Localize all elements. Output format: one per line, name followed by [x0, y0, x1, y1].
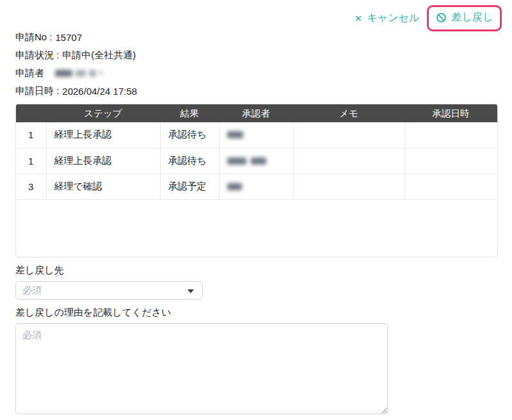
cell-step-no: 3 — [16, 174, 46, 199]
toolbar: ✕ キャンセル 差し戻し — [355, 5, 502, 31]
redacted-approver-name — [227, 131, 243, 138]
cell-memo — [293, 174, 404, 199]
main-content: 申請No : 15707 申請状況 : 申請中(全社共通) 申請者 申請日時 :… — [0, 0, 512, 414]
applicant-line: 申請者 — [15, 68, 498, 78]
cell-step-name: 経理で確認 — [46, 174, 160, 199]
cell-approver — [219, 174, 293, 199]
col-header-approved-at: 承認日時 — [404, 104, 497, 122]
cell-result: 承認待ち — [160, 148, 219, 174]
chevron-down-icon — [188, 289, 194, 293]
return-reason-textarea[interactable] — [15, 323, 388, 414]
table-row: 1 経理上長承認 承認待ち — [16, 122, 497, 148]
approval-steps-table: ステップ 結果 承認者 メモ 承認日時 1 経理上長承認 承認待ち — [16, 104, 497, 200]
application-status-value: 申請中(全社共通) — [62, 49, 136, 61]
return-reason-label: 差し戻しの理由を記載してください — [15, 307, 498, 319]
application-no-value: 15707 — [56, 32, 83, 43]
redacted-approver-name — [227, 183, 242, 190]
table-header-row: ステップ 結果 承認者 メモ 承認日時 — [16, 104, 497, 122]
cell-step-name: 経理上長承認 — [46, 148, 160, 174]
cell-approved-at — [404, 122, 497, 148]
approval-steps-table-container: ステップ 結果 承認者 メモ 承認日時 1 経理上長承認 承認待ち — [15, 104, 498, 257]
cell-result: 承認待ち — [160, 122, 219, 148]
cancel-button[interactable]: ✕ キャンセル — [355, 12, 419, 25]
application-datetime-label: 申請日時 : — [15, 85, 59, 97]
block-icon — [436, 12, 447, 23]
return-destination-placeholder: 必須 — [22, 284, 42, 296]
return-button-label: 差し戻し — [451, 11, 493, 24]
cell-approver — [219, 122, 293, 148]
return-destination-label: 差し戻し先 — [15, 264, 498, 277]
redacted-applicant-name — [55, 70, 102, 77]
table-row: 3 経理で確認 承認予定 — [16, 174, 497, 199]
application-status-line: 申請状況 : 申請中(全社共通) — [15, 50, 498, 60]
application-datetime-line: 申請日時 : 2026/04/24 17:58 — [15, 86, 498, 96]
cell-step-name: 経理上長承認 — [46, 122, 160, 148]
close-icon: ✕ — [355, 13, 363, 22]
application-datetime-value: 2026/04/24 17:58 — [62, 86, 137, 97]
application-status-label: 申請状況 : — [15, 49, 59, 61]
col-header-result: 結果 — [160, 104, 219, 122]
redacted-approver-name — [227, 158, 266, 165]
cell-step-no: 1 — [16, 148, 46, 174]
cell-approver — [219, 148, 293, 174]
cancel-button-label: キャンセル — [367, 12, 419, 25]
application-no-line: 申請No : 15707 — [15, 32, 498, 42]
cell-result: 承認予定 — [160, 174, 219, 199]
col-header-approver: 承認者 — [219, 104, 293, 122]
cell-step-no: 1 — [16, 122, 46, 148]
cell-memo — [293, 148, 404, 174]
table-row: 1 経理上長承認 承認待ち — [16, 148, 497, 174]
application-no-label: 申請No : — [15, 31, 52, 44]
col-header-step: ステップ — [46, 104, 160, 122]
return-destination-select[interactable]: 必須 — [15, 281, 203, 300]
applicant-label: 申請者 — [15, 67, 44, 79]
col-header-empty — [16, 104, 46, 122]
return-button[interactable]: 差し戻し — [436, 11, 493, 24]
cell-approved-at — [404, 148, 497, 174]
highlight-box: 差し戻し — [427, 5, 502, 31]
cell-memo — [293, 122, 404, 148]
col-header-memo: メモ — [293, 104, 404, 122]
cell-approved-at — [404, 174, 497, 199]
